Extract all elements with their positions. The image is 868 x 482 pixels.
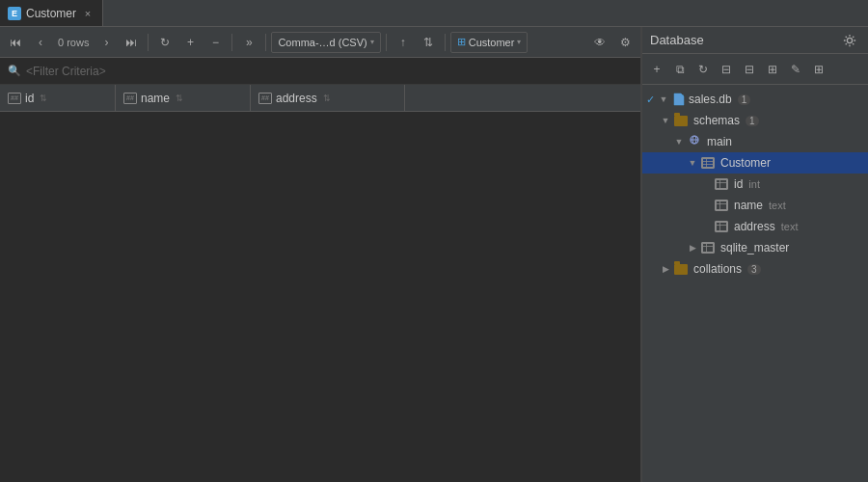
data-toolbar: ⏮ ‹ 0 rows › ⏭ ↻ + − » Comma-…d (CSV) ▾ … [0,27,640,58]
filter-placeholder: <Filter Criteria> [26,65,106,78]
main-arrow [673,136,685,147]
col-header-id[interactable]: ## id ⇅ [0,85,116,111]
db-copy-button[interactable]: ⧉ [669,59,691,80]
sep4 [386,34,387,51]
address-col-icon: ## [258,93,272,104]
address-col-label: address [734,220,775,233]
db-edit-button[interactable]: ✎ [785,59,806,80]
customer-tab[interactable]: E Customer × [0,0,103,26]
tree-item-schemas[interactable]: schemas 1 [642,110,868,131]
tree-item-address-col[interactable]: address text [642,216,868,237]
first-row-button[interactable]: ⏮ [4,31,27,54]
sep2 [231,34,232,51]
view-button[interactable]: 👁 [588,31,611,54]
db-filter-button[interactable]: ⊟ [716,59,737,80]
checked-icon: ✓ [646,94,655,106]
main-label: main [707,135,732,148]
col-name-label: name [141,92,170,105]
context-arrow: ▾ [517,38,521,46]
tree-item-collations[interactable]: collations 3 [642,258,868,280]
collations-folder-icon [674,264,688,275]
tab-bar: E Customer × [0,0,868,27]
schemas-folder-icon [674,116,688,126]
schemas-arrow [660,115,671,126]
col-header-address[interactable]: ## address ⇅ [251,85,405,111]
export-button[interactable]: ↑ [392,31,415,54]
db-chart-button[interactable]: ⊞ [808,59,829,80]
id-col-type: int [748,178,760,190]
format-dropdown[interactable]: Comma-…d (CSV) ▾ [271,32,380,53]
database-header: Database [642,27,868,54]
database-title: Database [650,33,704,47]
left-panel: ⏮ ‹ 0 rows › ⏭ ↻ + − » Comma-…d (CSV) ▾ … [0,27,641,482]
db-grid-button[interactable]: ⊞ [762,59,783,80]
settings-button[interactable]: ⚙ [613,31,637,54]
tree-item-name-col[interactable]: name text [642,195,868,216]
tree-item-customer[interactable]: Customer [642,152,868,174]
remove-row-button[interactable]: − [203,31,227,54]
tree-item-id-col[interactable]: id int [642,174,868,195]
sales-db-label: sales.db [689,93,732,106]
db-add-button[interactable]: + [646,59,667,80]
tab-label: Customer [26,7,76,20]
db-file-icon [672,93,686,106]
svg-rect-4 [703,159,714,168]
nav-arrow-button[interactable]: » [237,31,260,54]
address-sort-icon: ⇅ [323,94,331,103]
svg-point-0 [847,38,852,42]
last-row-button[interactable]: ⏭ [120,31,143,54]
name-col-type: text [769,200,786,211]
filter-bar[interactable]: 🔍 <Filter Criteria> [0,58,640,85]
id-sort-icon: ⇅ [40,94,47,103]
sep1 [148,34,149,51]
schemas-badge: 1 [746,116,759,126]
db-refresh-button[interactable]: ↻ [692,59,714,80]
table-body[interactable] [0,112,640,482]
next-row-button[interactable]: › [95,31,118,54]
sales-db-arrow [658,94,669,105]
tab-close-button[interactable]: × [81,7,95,20]
collations-label: collations [693,262,742,276]
sep3 [265,34,266,51]
customer-table-icon [701,157,715,169]
prev-row-button[interactable]: ‹ [29,31,52,54]
sqlite-master-arrow [687,242,698,254]
database-toolbar: + ⧉ ↻ ⊟ ⊟ ⊞ ✎ ⊞ [642,54,868,85]
customer-label: Customer [720,156,771,170]
col-id-label: id [25,92,34,105]
tree-item-sqlite-master[interactable]: sqlite_master [642,237,868,258]
sqlite-master-icon [701,242,715,254]
database-settings-button[interactable] [839,30,860,51]
format-arrow: ▾ [370,38,374,46]
sales-db-badge: 1 [738,94,751,105]
name-col-label: name [734,199,763,212]
schemas-label: schemas [693,114,740,127]
database-tree: ✓ sales.db 1 schemas 1 [642,85,868,482]
name-col-icon [715,200,728,211]
context-icon: ⊞ [457,36,466,48]
collations-badge: 3 [747,264,761,275]
customer-arrow [687,157,698,169]
svg-rect-8 [717,180,727,189]
tab-icon: E [8,7,21,20]
row-count: 0 rows [54,37,93,48]
main-area: ⏮ ‹ 0 rows › ⏭ ↻ + − » Comma-…d (CSV) ▾ … [0,27,868,482]
tree-item-main[interactable]: main [642,131,868,152]
address-col-type: text [781,221,799,232]
context-dropdown[interactable]: ⊞ Customer ▾ [450,32,529,53]
import-button[interactable]: ⇅ [417,31,440,54]
id-col-icon [715,178,728,190]
add-row-button[interactable]: + [178,31,202,54]
tree-item-sales-db[interactable]: ✓ sales.db 1 [642,89,868,110]
svg-rect-14 [717,223,727,231]
sqlite-master-label: sqlite_master [720,241,789,254]
refresh-button[interactable]: ↻ [153,31,176,54]
filter-icon: 🔍 [8,65,21,77]
sep5 [445,34,446,51]
database-panel: Database + ⧉ ↻ ⊟ ⊟ ⊞ ✎ ⊞ ✓ [641,27,868,482]
db-collapse-button[interactable]: ⊟ [739,59,760,80]
svg-rect-17 [703,244,714,253]
id-col-label: id [734,177,743,191]
format-label: Comma-…d (CSV) [278,37,366,48]
col-header-name[interactable]: ## name ⇅ [116,85,251,111]
